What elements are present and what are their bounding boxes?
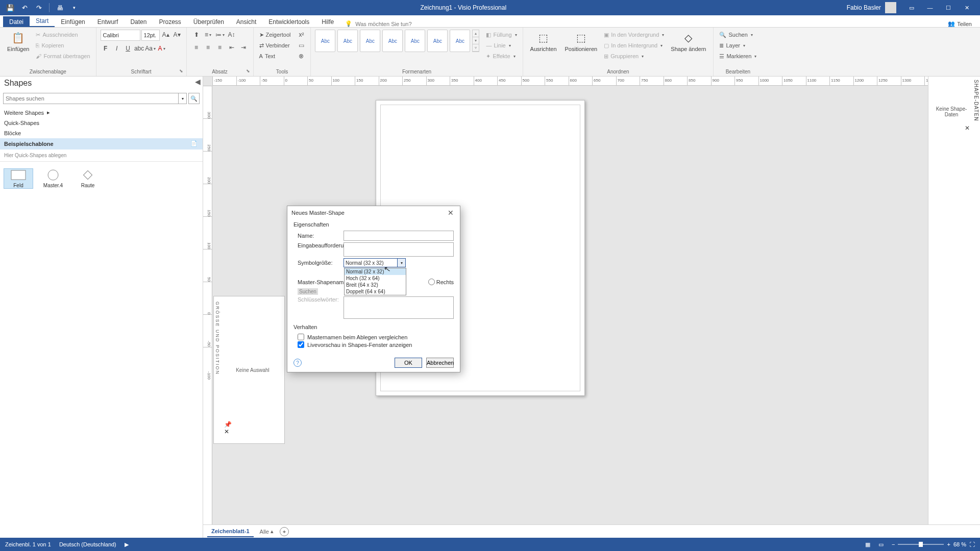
send-back-button[interactable]: ▢In den Hintergrund — [602, 40, 666, 51]
blocks-link[interactable]: Blöcke — [0, 128, 203, 138]
change-shape-button[interactable]: ◇Shape ändern — [668, 30, 709, 53]
name-input[interactable] — [344, 231, 454, 241]
align-top-icon[interactable]: ⬆ — [191, 30, 202, 40]
maximize-icon[interactable]: ☐ — [939, 0, 958, 15]
rect-tool-icon[interactable]: ▭ — [296, 40, 306, 51]
add-page-icon[interactable]: + — [280, 527, 289, 536]
align-button[interactable]: ⬚Ausrichten — [527, 30, 560, 53]
dropdown-option[interactable]: Normal (32 x 32) — [345, 268, 406, 275]
radio-right[interactable]: Rechts — [428, 279, 454, 285]
check-live-preview[interactable] — [298, 341, 304, 348]
bullets-icon[interactable]: ≡ — [203, 30, 214, 40]
tab-start[interactable]: Start — [30, 15, 55, 27]
prompt-input[interactable] — [344, 242, 454, 257]
page-tab-1[interactable]: Zeichenblatt-1 — [207, 526, 254, 537]
more-shapes-link[interactable]: Weitere Shapes▸ — [0, 107, 203, 118]
align-right-icon[interactable]: ≡ — [214, 42, 226, 53]
group-button[interactable]: ⊞Gruppieren — [602, 51, 666, 61]
language[interactable]: Deutsch (Deutschland) — [59, 541, 116, 547]
copy-button[interactable]: ⎘Kopieren — [34, 40, 91, 51]
tab-help[interactable]: Hilfe — [315, 16, 340, 27]
save-icon[interactable]: 💾 — [4, 2, 16, 14]
cut-button[interactable]: ✂Ausschneiden — [34, 30, 91, 40]
tab-file[interactable]: Datei — [3, 16, 30, 27]
x-tool-icon[interactable]: x² — [296, 30, 306, 40]
bring-front-button[interactable]: ▣In den Vordergrund — [602, 30, 666, 40]
strike-icon[interactable]: abc — [134, 43, 144, 54]
style-thumb[interactable]: Abc — [360, 30, 380, 52]
dialog-close-icon[interactable]: ✕ — [446, 209, 456, 217]
launcher-icon[interactable]: ⬊ — [245, 68, 251, 74]
tab-review[interactable]: Überprüfen — [187, 16, 230, 27]
view-normal-icon[interactable]: ▦ — [865, 541, 870, 548]
cancel-button[interactable]: Abbrechen — [426, 358, 454, 368]
dropdown-option[interactable]: Hoch (32 x 64) — [345, 275, 406, 282]
shapes-search-input[interactable] — [3, 93, 179, 104]
case-icon[interactable]: Aa — [145, 43, 156, 54]
minimize-icon[interactable]: — — [921, 0, 939, 15]
font-size[interactable]: 12pt. — [141, 30, 160, 41]
undo-icon[interactable]: ↶ — [18, 2, 31, 14]
select-button[interactable]: ☰Markieren — [718, 51, 758, 61]
align-center-icon[interactable]: ≡ — [203, 42, 214, 53]
zoom-slider[interactable] — [898, 544, 944, 545]
close-icon[interactable]: ✕ — [958, 0, 976, 15]
style-thumb[interactable]: Abc — [315, 30, 335, 52]
numbering-icon[interactable]: ≔ — [214, 30, 226, 40]
font-name[interactable]: Calibri — [101, 30, 140, 41]
all-pages[interactable]: Alle▴ — [260, 528, 274, 535]
print-icon[interactable]: 🖶 — [54, 2, 66, 14]
collapse-icon[interactable]: ◀ — [195, 78, 201, 86]
align-left-icon[interactable]: ≡ — [191, 42, 202, 53]
search-go-icon[interactable]: 🔍 — [188, 93, 200, 104]
quick-shapes-link[interactable]: Quick-Shapes — [0, 118, 203, 128]
text-direction-icon[interactable]: A↕ — [226, 30, 237, 40]
close-panel-icon[interactable]: ✕ — [965, 124, 970, 132]
keywords-input[interactable] — [344, 296, 454, 319]
help-icon[interactable]: ? — [293, 359, 302, 367]
format-painter-button[interactable]: 🖌Format übertragen — [34, 51, 91, 61]
zoom-in-icon[interactable]: + — [947, 541, 950, 547]
tab-insert[interactable]: Einfügen — [55, 16, 91, 27]
ok-button[interactable]: OK — [395, 358, 422, 368]
style-thumb[interactable]: Abc — [450, 30, 470, 52]
check-match-names[interactable] — [298, 334, 304, 340]
line-button[interactable]: —Linie — [484, 40, 518, 51]
shape-feld[interactable]: Feld — [4, 169, 33, 188]
tell-me[interactable]: 💡 Was möchten Sie tun? — [340, 20, 416, 27]
share-button[interactable]: 👥 Teilen — [943, 20, 977, 27]
gallery-nav[interactable]: ▴▾▿ — [472, 30, 479, 52]
zoom-value[interactable]: 68 % — [953, 541, 966, 547]
ribbon-options-icon[interactable]: ▭ — [902, 0, 921, 15]
view-presentation-icon[interactable]: ▭ — [878, 541, 884, 548]
style-thumb[interactable]: Abc — [382, 30, 403, 52]
sample-stencil-link[interactable]: Beispielschablone📄 — [0, 138, 203, 149]
dropdown-option[interactable]: Breit (64 x 32) — [345, 282, 406, 288]
redo-icon[interactable]: ↷ — [33, 2, 45, 14]
macro-icon[interactable]: ▶ — [125, 541, 129, 548]
zoom-out-icon[interactable]: − — [892, 541, 895, 547]
edit-stencil-icon[interactable]: 📄 — [190, 140, 199, 147]
italic-icon[interactable]: I — [112, 43, 122, 54]
search-dropdown-icon[interactable]: ▾ — [179, 93, 187, 104]
style-thumb[interactable]: Abc — [405, 30, 425, 52]
shrink-font-icon[interactable]: A▾ — [172, 30, 182, 40]
fit-window-icon[interactable]: ⛶ — [969, 541, 975, 547]
style-thumb[interactable]: Abc — [337, 30, 358, 52]
shape-raute[interactable]: Raute — [74, 169, 102, 188]
icon-size-combo[interactable]: Normal (32 x 32) ▾ Normal (32 x 32) Hoch… — [344, 258, 406, 267]
pointer-tool[interactable]: ➤Zeigertool — [258, 30, 292, 40]
tab-developer[interactable]: Entwicklertools — [262, 16, 315, 27]
indent-out-icon[interactable]: ⇤ — [226, 42, 237, 53]
style-thumb[interactable]: Abc — [427, 30, 448, 52]
launcher-icon[interactable]: ⬊ — [178, 68, 184, 74]
text-tool[interactable]: AText — [258, 51, 292, 61]
layer-button[interactable]: ≣Layer — [718, 40, 758, 51]
position-button[interactable]: ⬚Positionieren — [562, 30, 601, 53]
connector-tool[interactable]: ⇄Verbinder — [258, 40, 292, 51]
connect-point-icon[interactable]: ⊗ — [296, 51, 306, 61]
chevron-down-icon[interactable]: ▾ — [397, 259, 405, 267]
tab-design[interactable]: Entwurf — [91, 16, 125, 27]
font-color-icon[interactable]: A — [157, 43, 167, 54]
effects-button[interactable]: ✦Effekte — [484, 51, 518, 61]
